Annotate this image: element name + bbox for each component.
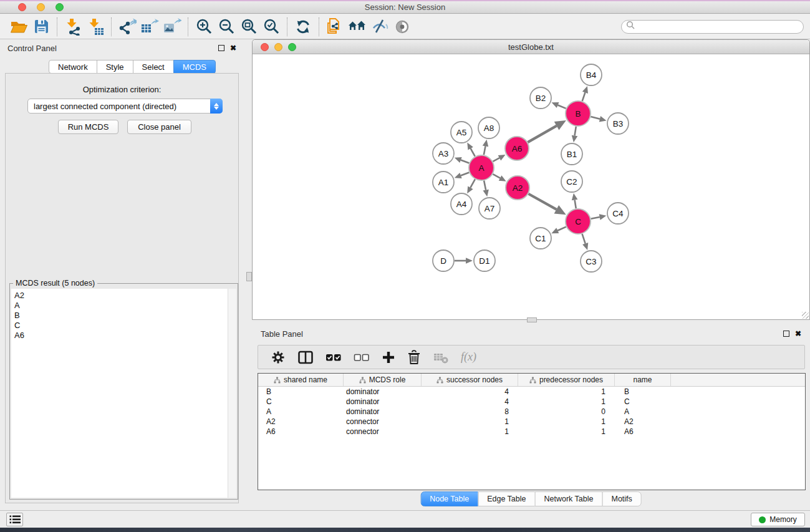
mcds-result-item[interactable]: A2	[14, 291, 236, 301]
table-row[interactable]: Adominator80A	[258, 407, 805, 417]
close-window-button[interactable]	[18, 3, 26, 11]
column-header-shared-name[interactable]: shared name	[258, 374, 344, 386]
table-row[interactable]: A6connector11A6	[258, 427, 805, 437]
node-C2[interactable]: C2	[561, 171, 582, 192]
close-panel-button[interactable]: Close panel	[127, 120, 191, 134]
column-header-predecessor-nodes[interactable]: predecessor nodes	[518, 374, 615, 386]
node-A3[interactable]: A3	[433, 143, 454, 164]
close-table-panel-icon[interactable]: ✖	[795, 331, 801, 337]
tab-motifs[interactable]: Motifs	[602, 491, 641, 506]
zoom-fit-icon[interactable]	[238, 17, 260, 37]
delete-table-icon[interactable]	[433, 350, 449, 365]
window-resize-grip[interactable]	[802, 312, 809, 319]
edge-C-C1[interactable]	[557, 227, 566, 231]
home-view-icon[interactable]	[346, 17, 369, 37]
tab-style[interactable]: Style	[97, 60, 133, 74]
tab-edge-table[interactable]: Edge Table	[478, 491, 535, 506]
node-A8[interactable]: A8	[478, 117, 499, 138]
mcds-result-item[interactable]: B	[14, 311, 236, 321]
refresh-view-icon[interactable]	[292, 17, 314, 37]
node-C1[interactable]: C1	[530, 228, 551, 249]
edge-A-A2[interactable]	[493, 174, 500, 178]
result-scrollbar[interactable]	[228, 289, 236, 498]
zoom-in-icon[interactable]	[193, 17, 215, 37]
task-history-button[interactable]	[6, 513, 23, 526]
edge-A-A8[interactable]	[484, 146, 486, 155]
node-C[interactable]: C	[566, 209, 591, 234]
tab-network[interactable]: Network	[49, 60, 97, 74]
node-A5[interactable]: A5	[451, 122, 472, 143]
column-header-successor-nodes[interactable]: successor nodes	[422, 374, 518, 386]
open-session-icon[interactable]	[7, 17, 30, 37]
network-window-titlebar[interactable]: testGlobe.txt	[253, 40, 809, 54]
node-B2[interactable]: B2	[530, 87, 551, 109]
criterion-dropdown[interactable]: largest connected component (directed)	[27, 99, 223, 114]
node-D[interactable]: D	[433, 250, 454, 271]
edge-B-B4[interactable]	[582, 92, 586, 101]
node-A7[interactable]: A7	[479, 198, 500, 219]
table-settings-icon[interactable]	[271, 350, 286, 365]
network-graph[interactable]: AA6A2BCA5A8A3A1A4A7B2B4B3B1C2C4C1C3DD1	[253, 54, 809, 319]
tab-mcds[interactable]: MCDS	[173, 60, 216, 74]
edge-C-C2[interactable]	[575, 200, 576, 208]
duplicate-network-icon[interactable]	[324, 17, 346, 37]
float-panel-icon[interactable]	[218, 45, 224, 51]
column-header-mcds-role[interactable]: MCDS role	[344, 374, 422, 386]
export-network-icon[interactable]	[116, 17, 138, 37]
export-table-icon[interactable]	[138, 17, 161, 37]
edge-C-C3[interactable]	[582, 234, 586, 244]
edge-A-A3[interactable]	[461, 160, 469, 163]
table-row[interactable]: A2connector11A2	[258, 417, 805, 427]
edge-A2-C[interactable]	[528, 194, 556, 210]
save-session-icon[interactable]	[30, 17, 52, 37]
close-network-window-button[interactable]	[261, 43, 269, 51]
edge-A-A5[interactable]	[471, 148, 475, 157]
edge-A-A4[interactable]	[470, 179, 475, 188]
float-table-panel-icon[interactable]	[783, 331, 789, 337]
edge-C-C4[interactable]	[591, 217, 600, 219]
export-image-icon[interactable]	[161, 17, 183, 37]
node-A2[interactable]: A2	[506, 176, 529, 200]
tab-select[interactable]: Select	[133, 60, 174, 74]
column-header-name[interactable]: name	[615, 374, 671, 386]
close-panel-icon[interactable]: ✖	[230, 45, 236, 51]
node-B[interactable]: B	[566, 101, 591, 126]
node-D1[interactable]: D1	[474, 250, 495, 271]
table-row[interactable]: Cdominator41C	[258, 397, 805, 407]
table-row[interactable]: Bdominator41B	[258, 387, 805, 397]
edge-A-A1[interactable]	[461, 172, 469, 175]
node-A[interactable]: A	[469, 155, 494, 180]
mcds-result-item[interactable]: A6	[14, 331, 236, 341]
mcds-result-item[interactable]: C	[14, 321, 236, 331]
search-field[interactable]	[621, 20, 804, 34]
node-A1[interactable]: A1	[433, 172, 454, 193]
run-mcds-button[interactable]: Run MCDS	[58, 120, 118, 134]
node-B4[interactable]: B4	[581, 64, 602, 85]
select-all-icon[interactable]	[325, 352, 342, 363]
horizontal-splitter-handle[interactable]	[527, 317, 537, 322]
add-row-icon[interactable]	[382, 351, 395, 364]
tab-node-table[interactable]: Node Table	[420, 491, 478, 506]
mcds-result-item[interactable]: A	[14, 301, 236, 311]
memory-button[interactable]: Memory	[751, 513, 805, 526]
apply-function-icon[interactable]: f(x)	[461, 351, 476, 364]
show-graphics-details-icon[interactable]	[391, 17, 413, 37]
edge-B-B3[interactable]	[591, 117, 600, 119]
node-A4[interactable]: A4	[451, 193, 472, 215]
edge-A-A7[interactable]	[484, 181, 486, 190]
zoom-network-window-button[interactable]	[288, 43, 296, 51]
zoom-out-icon[interactable]	[215, 17, 238, 37]
node-C4[interactable]: C4	[607, 203, 629, 224]
node-B1[interactable]: B1	[561, 143, 582, 165]
edge-A-A6[interactable]	[493, 158, 499, 162]
deselect-all-icon[interactable]	[354, 352, 370, 363]
vertical-splitter-handle[interactable]	[246, 272, 252, 281]
tab-network-table[interactable]: Network Table	[535, 491, 603, 506]
delete-row-icon[interactable]	[407, 350, 421, 365]
network-canvas[interactable]: AA6A2BCA5A8A3A1A4A7B2B4B3B1C2C4C1C3DD1	[253, 54, 809, 319]
minimize-network-window-button[interactable]	[274, 43, 282, 51]
edge-A6-B[interactable]	[528, 126, 556, 143]
import-network-icon[interactable]	[62, 17, 84, 37]
minimize-window-button[interactable]	[37, 3, 45, 11]
zoom-window-button[interactable]	[55, 3, 64, 11]
